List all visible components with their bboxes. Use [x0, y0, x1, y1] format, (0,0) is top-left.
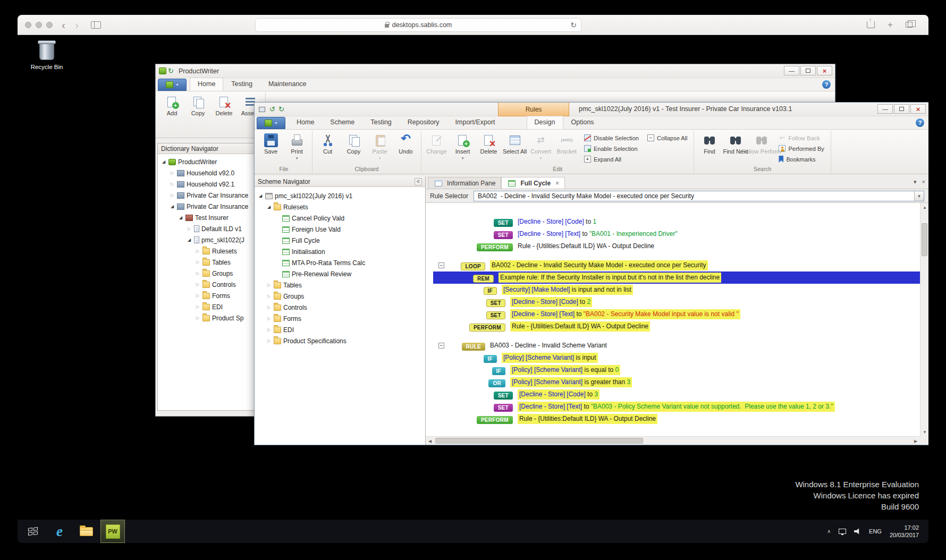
maximize-button[interactable]: [894, 104, 909, 114]
collapse-arrow-icon[interactable]: ◢: [177, 215, 184, 220]
expand-arrow-icon[interactable]: ▷: [265, 316, 273, 321]
tree-item-forms[interactable]: ▷Forms: [255, 313, 425, 324]
ribbon-button-disable-selection[interactable]: Disable Selection: [581, 133, 641, 143]
expand-arrow-icon[interactable]: ▷: [194, 304, 201, 309]
vertical-scroll-thumb[interactable]: [922, 223, 927, 256]
tab-testing[interactable]: Testing: [362, 116, 400, 129]
rule-line-set[interactable]: SET[Decline - Store] [Text] to "BA003 - …: [433, 401, 920, 413]
tab-scheme[interactable]: Scheme: [322, 116, 362, 129]
language-indicator[interactable]: ENG: [869, 528, 882, 534]
tab-options[interactable]: Options: [563, 116, 602, 129]
ribbon-button-collapse-all[interactable]: Collapse All: [645, 133, 690, 143]
expand-arrow-icon[interactable]: ▷: [194, 282, 201, 287]
productwriter-taskbar-button[interactable]: PW: [100, 520, 125, 543]
tab-list-dropdown-icon[interactable]: ▾: [914, 179, 917, 185]
collapse-arrow-icon[interactable]: ◢: [185, 237, 193, 242]
close-button[interactable]: ×: [910, 104, 926, 114]
ribbon-button-delete[interactable]: Delete: [476, 131, 501, 164]
rule-line-rule[interactable]: −RULEBA003 - Decline - Invalid Scheme Va…: [433, 340, 920, 352]
expand-arrow-icon[interactable]: ▷: [185, 226, 193, 231]
horizontal-scrollbar[interactable]: ◀ ▶: [426, 436, 920, 445]
zoom-window-button[interactable]: [46, 22, 53, 28]
ribbon-button-delete[interactable]: Delete: [212, 93, 236, 126]
rule-line-perform[interactable]: PERFORMRule - {Utilities:Default ILD} WA…: [433, 240, 920, 252]
close-tab-icon[interactable]: ×: [555, 180, 559, 187]
collapse-arrow-icon[interactable]: ◢: [265, 205, 273, 209]
address-bar[interactable]: desktops.sablis.com ↻: [255, 18, 581, 32]
tree-item-groups[interactable]: ▷Groups: [255, 291, 425, 302]
undo-quick-icon[interactable]: ↺: [269, 106, 275, 113]
horizontal-scroll-thumb[interactable]: [435, 438, 643, 444]
ribbon-button-undo[interactable]: Undo: [393, 131, 418, 164]
document-tab-full-cycle[interactable]: Full Cycle×: [501, 177, 565, 189]
vertical-scrollbar[interactable]: ▲ ▼: [920, 203, 928, 436]
refresh-icon[interactable]: ↻: [168, 67, 174, 74]
expand-arrow-icon[interactable]: ▷: [194, 249, 201, 253]
scroll-up-icon[interactable]: ▲: [920, 203, 928, 211]
tab-import-export[interactable]: Import/Export: [447, 116, 503, 129]
tree-item-controls[interactable]: ▷Controls: [255, 302, 425, 313]
ribbon-button-copy[interactable]: Copy: [185, 93, 210, 126]
refresh-quick-icon[interactable]: ↻: [278, 106, 284, 113]
start-button[interactable]: [21, 520, 45, 543]
internet-explorer-button[interactable]: e: [47, 520, 72, 543]
collapse-panel-button[interactable]: <: [415, 178, 422, 185]
tree-item-pmc-skl1022-july-2016-v1[interactable]: ◢pmc_skl1022(July 2016) v1: [255, 190, 425, 201]
back-icon[interactable]: ‹: [62, 17, 65, 33]
scroll-left-icon[interactable]: ◀: [426, 437, 434, 445]
minimize-button[interactable]: —: [784, 66, 799, 75]
share-icon[interactable]: [867, 21, 875, 28]
expand-arrow-icon[interactable]: ▷: [168, 171, 176, 175]
ribbon-button-expand-all[interactable]: Expand All: [581, 154, 641, 164]
expand-arrow-icon[interactable]: ▷: [265, 338, 273, 343]
rule-line-if[interactable]: IF[Policy] [Scheme Variant] is equal to …: [433, 364, 920, 376]
tab-maintenance[interactable]: Maintenance: [260, 78, 315, 91]
reload-icon[interactable]: ↻: [570, 21, 577, 29]
network-icon[interactable]: [839, 529, 846, 534]
tree-item-rulesets[interactable]: ◢Rulesets: [255, 201, 425, 213]
ribbon-button-enable-selection[interactable]: Enable Selection: [581, 143, 641, 154]
tab-overview-icon[interactable]: [906, 22, 913, 28]
tree-item-foreign-use-vald[interactable]: Foreign Use Vald: [255, 224, 425, 235]
rule-line-set[interactable]: SET[Decline - Store] [Text] to "BA001 - …: [433, 228, 920, 240]
rule-line-if[interactable]: IF[Security] [Make Model] is input and n…: [433, 284, 920, 296]
ribbon-button-select-all[interactable]: Select All: [502, 131, 527, 164]
close-document-icon[interactable]: ×: [922, 179, 925, 185]
rule-line-or[interactable]: OR[Policy] [Scheme Variant] is greater t…: [433, 376, 920, 388]
expand-arrow-icon[interactable]: ▷: [265, 283, 273, 287]
ribbon-button-find-next[interactable]: Find Next: [723, 131, 748, 164]
tree-item-full-cycle[interactable]: Full Cycle: [255, 235, 425, 246]
minimize-button[interactable]: —: [877, 104, 893, 114]
show-hidden-icons-icon[interactable]: ∧: [827, 529, 831, 534]
ribbon-button-print[interactable]: Print▾: [284, 131, 309, 164]
tree-item-edi[interactable]: ▷EDI: [255, 324, 425, 335]
ribbon-button-cut[interactable]: Cut: [315, 131, 340, 164]
collapse-arrow-icon[interactable]: ◢: [168, 204, 176, 209]
rule-line-set[interactable]: SET[Decline - Store] [Code] to 2: [433, 296, 920, 308]
rule-line-if[interactable]: IF[Policy] [Scheme Variant] is input: [433, 352, 920, 364]
ribbon-button-copy[interactable]: Copy: [341, 131, 366, 164]
rule-line-loop[interactable]: −LOOPBA002 - Decline - Invalid Security …: [433, 259, 920, 271]
new-tab-icon[interactable]: +: [888, 21, 893, 29]
rule-line-perform[interactable]: PERFORMRule - {Utilities:Default ILD} WA…: [433, 413, 920, 425]
help-icon[interactable]: ?: [916, 118, 924, 127]
expand-arrow-icon[interactable]: ▷: [265, 327, 273, 332]
expand-arrow-icon[interactable]: ▷: [265, 305, 273, 310]
expand-arrow-icon[interactable]: ▷: [168, 193, 176, 198]
ribbon-button-find[interactable]: Find: [697, 131, 722, 164]
rule-selector-combobox[interactable]: BA002 - Decline - Invalid Security Make …: [474, 191, 924, 201]
rule-line-rem[interactable]: REMExample rule: If the Security Install…: [433, 271, 920, 284]
app-menu-button[interactable]: ▾: [158, 79, 187, 91]
document-tab-information-pane[interactable]: Information Pane: [428, 177, 501, 189]
ribbon-button-insert[interactable]: Insert▾: [450, 131, 475, 164]
combo-dropdown-icon[interactable]: ▾: [914, 191, 924, 201]
forward-icon[interactable]: ›: [75, 17, 79, 33]
collapse-box-icon[interactable]: −: [438, 343, 444, 349]
ribbon-button-save[interactable]: Save: [258, 131, 283, 164]
rule-line-set[interactable]: SET[Decline - Store] [Code] to 3: [433, 388, 920, 401]
sidebar-icon[interactable]: [91, 21, 101, 29]
scroll-right-icon[interactable]: ▶: [911, 437, 920, 445]
ribbon-button-add[interactable]: Add: [159, 93, 184, 126]
tree-item-product-specifications[interactable]: ▷Product Specifications: [255, 335, 425, 346]
tree-item-cancel-policy-vald[interactable]: Cancel Policy Vald: [255, 213, 425, 224]
